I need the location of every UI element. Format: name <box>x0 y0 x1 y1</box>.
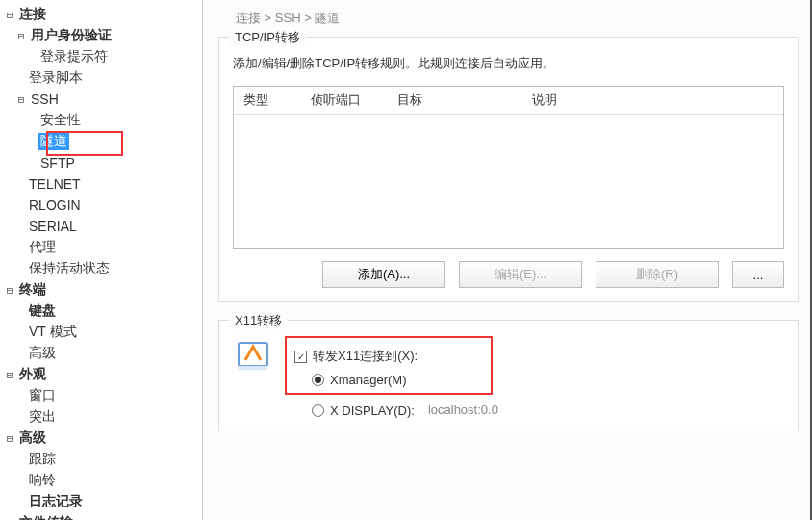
tree-tunnel[interactable]: 隧道 <box>4 131 202 152</box>
tree-keepalive[interactable]: 保持活动状态 <box>4 258 202 279</box>
x11-forward-checkbox[interactable] <box>294 351 307 363</box>
xmanager-label: Xmanager(M) <box>330 373 406 387</box>
svg-rect-1 <box>239 366 267 370</box>
tree-proxy[interactable]: 代理 <box>4 237 202 258</box>
tree-telnet[interactable]: TELNET <box>4 173 202 195</box>
x11-forward-label: 转发X11连接到(X): <box>313 348 418 365</box>
tree-log[interactable]: 日志记录 <box>4 491 202 512</box>
tree-connection[interactable]: ⊟连接 <box>4 4 202 25</box>
tree-highlight[interactable]: 突出 <box>4 406 202 428</box>
tree-serial[interactable]: SERIAL <box>4 216 202 237</box>
tree-sftp[interactable]: SFTP <box>4 152 202 173</box>
tree-auth[interactable]: ⊟用户身份验证 <box>4 25 202 46</box>
col-desc[interactable]: 说明 <box>522 87 783 114</box>
tree-keyboard[interactable]: 键盘 <box>4 300 202 322</box>
x11-group: X11转移 转发X11连接到(X): <box>218 320 799 431</box>
table-header: 类型 侦听端口 目标 说明 <box>234 87 783 115</box>
add-button[interactable]: 添加(A)... <box>322 261 445 288</box>
x11-group-title: X11转移 <box>229 312 288 329</box>
tree-security[interactable]: 安全性 <box>4 110 202 131</box>
tree-login-script[interactable]: 登录脚本 <box>4 67 202 89</box>
tree-bell[interactable]: 响铃 <box>4 470 202 491</box>
xmanager-icon <box>233 336 273 377</box>
x11-highlight-frame: 转发X11连接到(X): Xmanager(M) <box>285 336 493 395</box>
col-type[interactable]: 类型 <box>234 87 301 114</box>
tree-trace[interactable]: 跟踪 <box>4 449 202 470</box>
delete-button[interactable]: 删除(R) <box>596 261 719 288</box>
xdisplay-label: X DISPLAY(D): <box>330 403 415 418</box>
tree-rlogin[interactable]: RLOGIN <box>4 195 202 216</box>
main-panel: 连接 > SSH > 隧道 TCP/IP转移 添加/编辑/删除TCP/IP转移规… <box>202 0 810 520</box>
tree-advanced[interactable]: ⊟高级 <box>4 428 202 449</box>
xdisplay-input[interactable] <box>428 403 582 418</box>
tree-terminal[interactable]: ⊟终端 <box>4 279 202 300</box>
tree-login-prompt[interactable]: 登录提示符 <box>4 46 202 67</box>
tree-file-transfer[interactable]: ⊞文件传输 <box>4 512 202 520</box>
tree-term-adv[interactable]: 高级 <box>4 343 202 364</box>
tree-ssh[interactable]: ⊟SSH <box>4 89 202 110</box>
tree-vtmode[interactable]: VT 模式 <box>4 322 202 343</box>
tcp-description: 添加/编辑/删除TCP/IP转移规则。此规则连接后自动应用。 <box>233 55 784 72</box>
tree-window[interactable]: 窗口 <box>4 385 202 406</box>
rules-table[interactable]: 类型 侦听端口 目标 说明 <box>233 86 784 249</box>
settings-tree: ⊟连接 ⊟用户身份验证 登录提示符 登录脚本 ⊟SSH 安全性 隧道 SFTP … <box>0 0 202 520</box>
col-target[interactable]: 目标 <box>388 87 522 114</box>
tree-appearance[interactable]: ⊟外观 <box>4 364 202 385</box>
tcp-group-title: TCP/IP转移 <box>229 29 306 46</box>
col-port[interactable]: 侦听端口 <box>301 87 388 114</box>
edit-button[interactable]: 编辑(E)... <box>459 261 582 288</box>
more-button[interactable]: ... <box>732 261 784 288</box>
xdisplay-radio[interactable] <box>312 404 324 417</box>
tcp-group: TCP/IP转移 添加/编辑/删除TCP/IP转移规则。此规则连接后自动应用。 … <box>218 37 799 302</box>
xmanager-radio[interactable] <box>312 374 324 386</box>
